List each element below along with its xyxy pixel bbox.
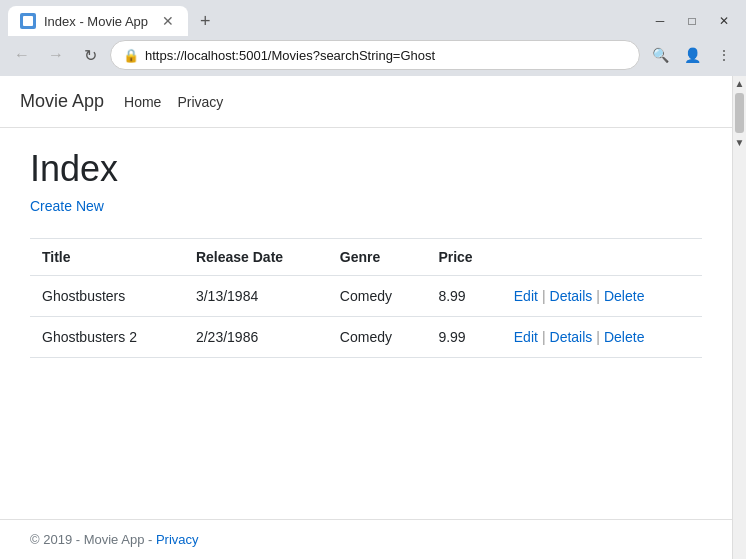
window-controls: ─ □ ✕: [646, 9, 738, 33]
table-head: Title Release Date Genre Price: [30, 239, 702, 276]
create-new-link[interactable]: Create New: [30, 198, 104, 214]
browser-chrome: Index - Movie App ✕ + ─ □ ✕ ← → ↻ 🔒 http…: [0, 0, 746, 76]
search-button[interactable]: 🔍: [646, 41, 674, 69]
movie-release-date-2: 2/23/1986: [184, 317, 328, 358]
site-nav: Movie App Home Privacy: [0, 76, 732, 128]
edit-link-2[interactable]: Edit: [514, 329, 538, 345]
reload-button[interactable]: ↻: [76, 41, 104, 69]
col-genre: Genre: [328, 239, 427, 276]
forward-icon: →: [48, 46, 64, 64]
scroll-thumb[interactable]: [735, 93, 744, 133]
site-footer: © 2019 - Movie App - Privacy: [0, 519, 732, 559]
title-bar: Index - Movie App ✕ + ─ □ ✕: [0, 0, 746, 36]
movie-release-date-1: 3/13/1984: [184, 276, 328, 317]
movie-actions-2: Edit | Details | Delete: [502, 317, 702, 358]
site-brand: Movie App: [20, 91, 104, 112]
url-actions: 🔍 👤 ⋮: [646, 41, 738, 69]
table-row: Ghostbusters 2 2/23/1986 Comedy 9.99 Edi…: [30, 317, 702, 358]
tab-favicon: [20, 13, 36, 29]
movie-actions-1: Edit | Details | Delete: [502, 276, 702, 317]
back-button[interactable]: ←: [8, 41, 36, 69]
nav-home[interactable]: Home: [124, 94, 161, 110]
tab-bar: Index - Movie App ✕ +: [8, 6, 219, 36]
active-tab[interactable]: Index - Movie App ✕: [8, 6, 188, 36]
menu-button[interactable]: ⋮: [710, 41, 738, 69]
tab-title: Index - Movie App: [44, 14, 152, 29]
edit-link-1[interactable]: Edit: [514, 288, 538, 304]
maximize-button[interactable]: □: [678, 9, 706, 33]
movie-price-1: 8.99: [426, 276, 501, 317]
details-link-2[interactable]: Details: [550, 329, 593, 345]
separator-1a: |: [542, 288, 546, 304]
separator-2b: |: [596, 329, 600, 345]
delete-link-2[interactable]: Delete: [604, 329, 644, 345]
col-price: Price: [426, 239, 501, 276]
nav-links: Home Privacy: [124, 94, 223, 110]
tab-close-button[interactable]: ✕: [160, 14, 176, 28]
page-wrapper: Movie App Home Privacy Index Create New …: [0, 76, 746, 559]
url-text: https://localhost:5001/Movies?searchStri…: [145, 48, 435, 63]
page-content: Movie App Home Privacy Index Create New …: [0, 76, 732, 559]
lock-icon: 🔒: [123, 48, 139, 63]
action-links-2: Edit | Details | Delete: [514, 329, 690, 345]
col-release-date: Release Date: [184, 239, 328, 276]
url-bar[interactable]: 🔒 https://localhost:5001/Movies?searchSt…: [110, 40, 640, 70]
search-icon: 🔍: [652, 47, 669, 63]
close-button[interactable]: ✕: [710, 9, 738, 33]
movie-genre-1: Comedy: [328, 276, 427, 317]
profile-button[interactable]: 👤: [678, 41, 706, 69]
movie-genre-2: Comedy: [328, 317, 427, 358]
col-actions: [502, 239, 702, 276]
movies-table: Title Release Date Genre Price Ghostbust…: [30, 238, 702, 358]
movie-title-1: Ghostbusters: [30, 276, 184, 317]
table-header-row: Title Release Date Genre Price: [30, 239, 702, 276]
nav-privacy[interactable]: Privacy: [177, 94, 223, 110]
scrollbar[interactable]: ▲ ▼: [732, 76, 746, 559]
minimize-button[interactable]: ─: [646, 9, 674, 33]
scroll-up-button[interactable]: ▲: [733, 76, 746, 91]
movie-price-2: 9.99: [426, 317, 501, 358]
details-link-1[interactable]: Details: [550, 288, 593, 304]
movie-title-2: Ghostbusters 2: [30, 317, 184, 358]
new-tab-button[interactable]: +: [192, 7, 219, 36]
footer-privacy-link[interactable]: Privacy: [156, 532, 199, 547]
delete-link-1[interactable]: Delete: [604, 288, 644, 304]
action-links-1: Edit | Details | Delete: [514, 288, 690, 304]
separator-2a: |: [542, 329, 546, 345]
profile-icon: 👤: [684, 47, 701, 63]
tab-favicon-inner: [23, 16, 33, 26]
table-body: Ghostbusters 3/13/1984 Comedy 8.99 Edit …: [30, 276, 702, 358]
table-row: Ghostbusters 3/13/1984 Comedy 8.99 Edit …: [30, 276, 702, 317]
footer-copyright: © 2019 - Movie App -: [30, 532, 156, 547]
page-title: Index: [30, 148, 702, 190]
separator-1b: |: [596, 288, 600, 304]
col-title: Title: [30, 239, 184, 276]
reload-icon: ↻: [84, 46, 97, 65]
forward-button[interactable]: →: [42, 41, 70, 69]
main-content: Index Create New Title Release Date Genr…: [0, 128, 732, 519]
scroll-down-button[interactable]: ▼: [733, 135, 746, 150]
address-bar: ← → ↻ 🔒 https://localhost:5001/Movies?se…: [0, 36, 746, 76]
back-icon: ←: [14, 46, 30, 64]
menu-icon: ⋮: [717, 47, 731, 63]
